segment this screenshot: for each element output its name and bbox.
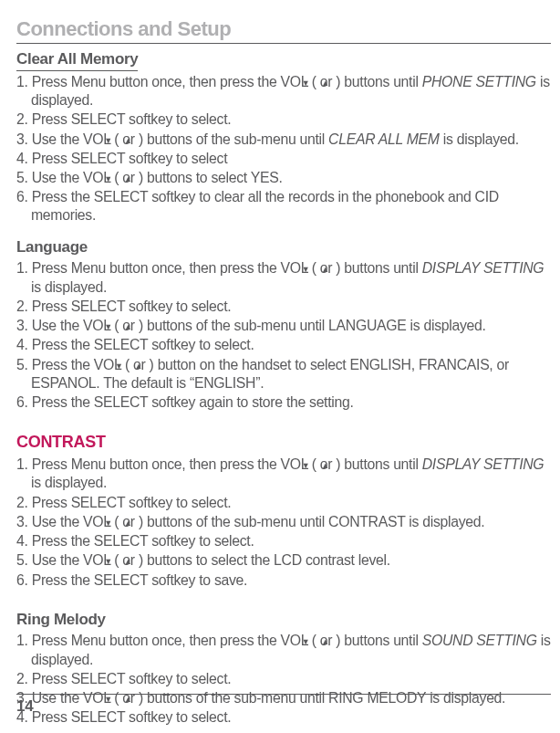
steps-ring-melody: 1. Press Menu button once, then press th… [16, 632, 551, 727]
step: 5. Use the VOL (▼ or ▲) buttons to selec… [16, 169, 551, 187]
text: ) buttons until [336, 74, 421, 89]
step: 2. Press SELECT softkey to select. [16, 670, 551, 688]
text: ) buttons of the sub-menu until RING MEL… [139, 690, 505, 706]
step: 4. Press the SELECT softkey to select. [16, 532, 551, 550]
text: 1. Press Menu button once, then press th… [16, 74, 316, 89]
steps-contrast: 1. Press Menu button once, then press th… [16, 456, 551, 590]
divider [16, 694, 551, 695]
text: is displayed. [440, 131, 519, 147]
step: 2. Press SELECT softkey to select. [16, 494, 551, 512]
text-italic: DISPLAY SETTING [422, 260, 544, 276]
step: 6. Press the SELECT softkey to clear all… [16, 188, 551, 225]
step: 2. Press SELECT softkey to select. [16, 298, 551, 316]
section-title-contrast: CONTRAST [16, 432, 106, 454]
step: 5. Press the VOL (▼ or ▲) button on the … [16, 356, 551, 393]
section-title-ring-melody: Ring Melody [16, 610, 106, 631]
step: 3. Use the VOL (▼ or ▲) buttons of the s… [16, 689, 551, 707]
text: 5. Press the VOL ( [16, 357, 130, 372]
step: 5. Use the VOL (▼ or ▲) buttons to selec… [16, 551, 551, 570]
step: 2. Press SELECT softkey to select. [16, 110, 551, 129]
section-contrast: CONTRAST 1. Press Menu button once, then… [16, 432, 551, 590]
text: ) buttons of the sub-menu until CONTRAST… [139, 514, 485, 529]
step: 6. Press the SELECT softkey to save. [16, 571, 551, 590]
step: 1. Press Menu button once, then press th… [16, 259, 551, 296]
step: 3. Use the VOL (▼ or ▲) buttons of the s… [16, 317, 551, 335]
text: ) buttons of the sub-menu until LANGUAGE… [139, 318, 486, 333]
text: is displayed. [31, 279, 107, 295]
step: 4. Press SELECT softkey to select. [16, 708, 551, 727]
page-header: Connections and Setup [16, 16, 551, 44]
page-number: 14 [16, 696, 33, 717]
step: 3. Use the VOL (▼ or ▲) buttons of the s… [16, 513, 551, 531]
text: ) buttons of the sub-menu until [139, 131, 328, 147]
step: 1. Press Menu button once, then press th… [16, 632, 551, 668]
section-ring-melody: Ring Melody 1. Press Menu button once, t… [16, 610, 551, 728]
text: ) buttons until [336, 260, 421, 276]
text-italic: CLEAR ALL MEM [328, 131, 440, 147]
steps-clear-all-memory: 1. Press Menu button once, then press th… [16, 73, 551, 225]
step: 4. Press SELECT softkey to select [16, 150, 551, 168]
section-language: Language 1. Press Menu button once, then… [16, 237, 551, 413]
step: 4. Press the SELECT softkey to select. [16, 336, 551, 354]
text: is displayed. [31, 475, 107, 490]
text: ) buttons to select the LCD contrast lev… [139, 552, 390, 568]
text: ) buttons until [336, 633, 421, 648]
text: 1. Press Menu button once, then press th… [16, 456, 316, 472]
step: 1. Press Menu button once, then press th… [16, 73, 551, 110]
steps-language: 1. Press Menu button once, then press th… [16, 259, 551, 412]
text: ) buttons to select YES. [139, 170, 283, 185]
section-title-language: Language [16, 237, 88, 258]
step: 6. Press the SELECT softkey again to sto… [16, 393, 551, 412]
section-clear-all-memory: Clear All Memory 1. Press Menu button on… [16, 49, 551, 225]
text: 1. Press Menu button once, then press th… [16, 260, 316, 276]
text-italic: SOUND SETTING [422, 633, 537, 648]
text: 1. Press Menu button once, then press th… [16, 633, 316, 648]
text-italic: PHONE SETTING [422, 74, 536, 89]
step: 3. Use the VOL (▼ or ▲) buttons of the s… [16, 131, 551, 149]
step: 1. Press Menu button once, then press th… [16, 456, 551, 492]
section-title-clear-all-memory: Clear All Memory [16, 49, 138, 71]
text-italic: DISPLAY SETTING [422, 456, 544, 472]
text: ) buttons until [336, 456, 421, 472]
